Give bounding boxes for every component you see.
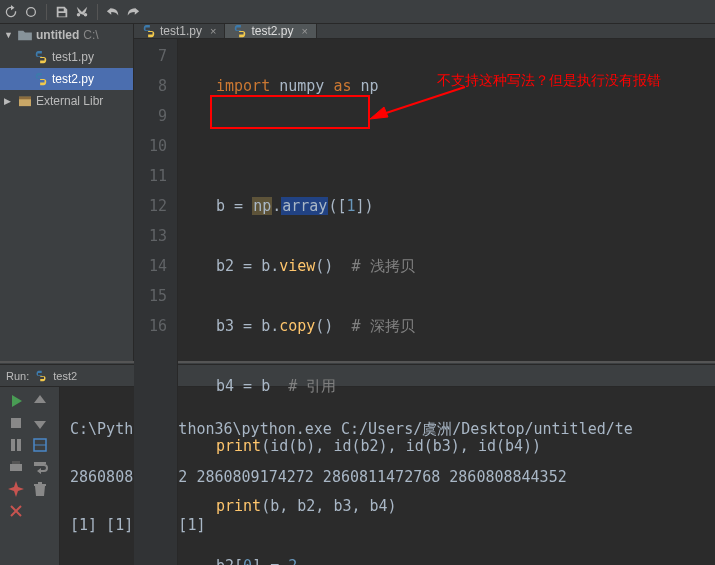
svg-rect-6 [11, 439, 15, 451]
file-label: test1.py [52, 50, 94, 64]
svg-rect-10 [10, 464, 22, 471]
layout-icon[interactable] [32, 437, 48, 453]
python-file-icon [233, 24, 247, 38]
library-icon [18, 95, 32, 107]
close-panel-icon[interactable] [8, 503, 24, 519]
file-label: test2.py [52, 72, 94, 86]
python-file-icon [142, 24, 156, 38]
svg-rect-5 [11, 418, 21, 428]
close-icon[interactable]: × [210, 25, 216, 37]
svg-rect-2 [19, 97, 31, 100]
code-line: b3 = b.copy() # 深拷贝 [216, 311, 541, 341]
undo-icon[interactable] [106, 5, 120, 19]
project-name: untitled [36, 28, 79, 42]
pause-icon[interactable] [8, 437, 24, 453]
tab-label: test1.py [160, 24, 202, 38]
up-icon[interactable] [32, 393, 48, 409]
svg-marker-4 [370, 107, 388, 119]
rerun-icon[interactable] [8, 393, 24, 409]
editor-area: test1.py × test2.py × 7 8 9 10 11 12 13 … [134, 24, 715, 361]
stop-icon[interactable] [8, 415, 24, 431]
project-path: C:\ [83, 28, 98, 42]
run-label: Run: [6, 370, 29, 382]
python-file-icon [35, 370, 47, 382]
close-icon[interactable]: × [302, 25, 308, 37]
print-icon[interactable] [8, 459, 24, 475]
code-line: print(b, b2, b3, b4) [216, 491, 541, 521]
wrap-icon[interactable] [32, 459, 48, 475]
code-line: b4 = b # 引用 [216, 371, 541, 401]
python-file-icon [34, 72, 48, 86]
editor-tabs: test1.py × test2.py × [134, 24, 715, 39]
cut-icon[interactable] [75, 5, 89, 19]
code-line: print(id(b), id(b2), id(b3), id(b4)) [216, 431, 541, 461]
code-line [216, 131, 541, 161]
code-content[interactable]: import numpy as np b = np.array([1]) b2 … [178, 39, 541, 565]
tab-test1[interactable]: test1.py × [134, 24, 225, 38]
annotation-text: 不支持这种写法？但是执行没有报错 [437, 65, 661, 95]
chevron-right-icon[interactable]: ▶ [4, 96, 14, 106]
python-file-icon [34, 50, 48, 64]
run-config: test2 [53, 370, 77, 382]
circle-icon[interactable] [24, 5, 38, 19]
trash-icon[interactable] [32, 481, 48, 497]
code-editor[interactable]: 7 8 9 10 11 12 13 14 15 16 import numpy … [134, 39, 715, 565]
tab-test2[interactable]: test2.py × [225, 24, 316, 38]
code-line: b2[0] = 2 [216, 551, 541, 565]
project-root[interactable]: ▼ untitled C:\ [0, 24, 133, 46]
top-toolbar [0, 0, 715, 24]
line-numbers: 7 8 9 10 11 12 13 14 15 16 [134, 39, 178, 565]
file-item-test1[interactable]: test1.py [0, 46, 133, 68]
folder-icon [18, 29, 32, 41]
down-icon[interactable] [32, 415, 48, 431]
chevron-down-icon[interactable]: ▼ [4, 30, 14, 40]
code-line: b2 = b.view() # 浅拷贝 [216, 251, 541, 281]
project-tree: ▼ untitled C:\ test1.py test2.py ▶ Exter… [0, 24, 134, 361]
file-item-test2[interactable]: test2.py [0, 68, 133, 90]
tab-label: test2.py [251, 24, 293, 38]
save-icon[interactable] [55, 5, 69, 19]
redo-icon[interactable] [126, 5, 140, 19]
main-area: ▼ untitled C:\ test1.py test2.py ▶ Exter… [0, 24, 715, 362]
sync-icon[interactable] [4, 5, 18, 19]
external-label: External Libr [36, 94, 103, 108]
svg-point-0 [27, 7, 36, 16]
spark-icon[interactable] [8, 481, 24, 497]
svg-rect-7 [17, 439, 21, 451]
run-toolbar [0, 387, 60, 565]
code-line: b = np.array([1]) [216, 191, 541, 221]
svg-rect-11 [12, 461, 20, 464]
external-libraries[interactable]: ▶ External Libr [0, 90, 133, 112]
